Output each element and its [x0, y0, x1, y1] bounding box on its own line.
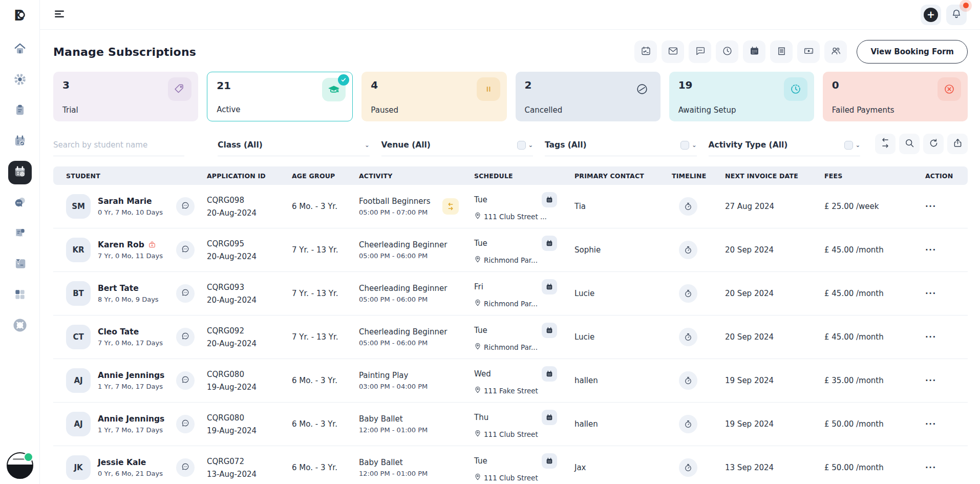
plus-icon: + — [924, 8, 938, 22]
application-date: 20-Aug-2024 — [207, 296, 291, 305]
chat-button[interactable] — [176, 415, 195, 433]
timeline-button[interactable] — [679, 284, 697, 303]
tags-filter[interactable]: Tags (All) ⌄ — [545, 140, 697, 156]
calendar-button[interactable] — [542, 453, 557, 469]
sidebar-item-settings[interactable] — [8, 69, 32, 92]
row-actions-button[interactable]: ··· — [895, 332, 968, 342]
row-actions-button[interactable]: ··· — [895, 419, 968, 429]
booking-calendar-icon — [641, 46, 651, 58]
clock-button[interactable] — [716, 40, 738, 63]
tags-select-all-checkbox[interactable] — [680, 141, 689, 150]
app-logo: B — [11, 6, 29, 27]
cash-payment-button[interactable] — [797, 40, 820, 63]
timeline-button[interactable] — [679, 415, 697, 433]
calendar-grid-button[interactable] — [743, 40, 765, 63]
calendar-button[interactable] — [542, 192, 557, 207]
chat-button[interactable] — [176, 284, 195, 303]
stat-card-trial[interactable]: 3 Trial — [53, 72, 198, 121]
chat-bubble-icon — [181, 288, 190, 299]
message-button[interactable] — [689, 40, 711, 63]
row-actions-button[interactable]: ··· — [895, 376, 968, 385]
fees-cell: £ 50.00 /month — [809, 463, 895, 472]
activity-type-filter[interactable]: Activity Type (All) ⌄ — [709, 140, 861, 156]
schedule-venue: 111 Fake Street — [484, 387, 538, 395]
booking-calendar-button[interactable] — [634, 40, 657, 63]
activity-time: 05:00 PM - 07:00 PM — [359, 208, 431, 216]
student-age: 8 Yr, 0 Mo, 9 Days — [98, 296, 159, 303]
timeline-button[interactable] — [679, 458, 697, 477]
schedule-venue: Richmond Par... — [484, 256, 538, 264]
chat-button[interactable] — [176, 328, 195, 346]
workspace-avatar[interactable] — [7, 452, 33, 479]
sidebar-item-reports[interactable] — [8, 253, 32, 277]
primary-contact-cell: Tia — [574, 202, 672, 211]
stat-card-failed-payments[interactable]: 0 Failed Payments — [823, 72, 968, 121]
sidebar-item-forms[interactable] — [8, 99, 32, 123]
refresh-button[interactable] — [923, 134, 944, 154]
export-button[interactable] — [947, 134, 968, 154]
row-actions-button[interactable]: ··· — [895, 463, 968, 472]
view-booking-form-button[interactable]: View Booking Form — [857, 40, 968, 64]
row-actions-button[interactable]: ··· — [895, 289, 968, 298]
age-group-cell: 7 Yr. - 13 Yr. — [291, 289, 357, 298]
schedule-cell: Tue 111 Club Street ... — [474, 192, 574, 221]
calendar-button[interactable] — [542, 236, 557, 251]
add-button[interactable]: + — [921, 5, 941, 25]
timeline-button[interactable] — [679, 241, 697, 259]
search-input[interactable] — [53, 140, 184, 150]
age-group-cell: 6 Mo. - 3 Yr. — [291, 202, 357, 211]
invoice-list-button[interactable] — [770, 40, 793, 63]
timeline-button[interactable] — [679, 197, 697, 216]
activity-type-select-all-checkbox[interactable] — [844, 141, 853, 150]
student-age: 7 Yr, 0 Mo, 17 Days — [98, 339, 163, 347]
calendar-button[interactable] — [542, 323, 557, 338]
filter-actions — [875, 134, 968, 156]
calendar-button[interactable] — [542, 366, 557, 382]
stat-card-cancelled[interactable]: 2 Cancelled — [516, 72, 661, 121]
schedule-cell: Wed 111 Fake Street — [474, 366, 574, 395]
chat-button[interactable] — [176, 197, 195, 216]
chat-button[interactable] — [176, 371, 195, 390]
schedule-day: Tue — [474, 456, 487, 466]
timeline-button[interactable] — [679, 328, 697, 346]
activity-name: Football Beginners — [359, 197, 431, 206]
stat-card-active[interactable]: 21 Active — [207, 72, 353, 121]
chat-button[interactable] — [176, 241, 195, 259]
row-actions-button[interactable]: ··· — [895, 202, 968, 211]
next-invoice-date-cell: 19 Sep 2024 — [716, 376, 809, 385]
schedule-cell: Tue Richmond Par... — [474, 236, 574, 264]
activity-cell: Cheerleading Beginner 05:00 PM - 06:00 P… — [357, 240, 474, 260]
student-name: Bert Tate — [98, 284, 139, 293]
venue-filter[interactable]: Venue (All) ⌄ — [381, 140, 534, 156]
chat-button[interactable] — [176, 458, 195, 477]
sidebar-item-invoices[interactable] — [8, 222, 32, 246]
application-id: CQRG080 — [207, 413, 291, 423]
attendees-button[interactable] — [824, 40, 847, 63]
stat-card-paused[interactable]: 4 Paused — [361, 72, 506, 121]
row-actions-button[interactable]: ··· — [895, 245, 968, 255]
class-filter[interactable]: Class (All) ⌄ — [218, 140, 370, 156]
timeline-button[interactable] — [679, 371, 697, 390]
calendar-button[interactable] — [542, 410, 557, 425]
mail-button[interactable] — [662, 40, 684, 63]
stat-card-awaiting-setup[interactable]: 19 Awaiting Setup — [669, 72, 814, 121]
timeline-cell — [672, 197, 716, 216]
hamburger-menu-icon[interactable] — [53, 8, 66, 22]
calendar-button[interactable] — [542, 279, 557, 294]
timeline-cell — [672, 415, 716, 433]
notifications-button[interactable] — [946, 5, 967, 25]
sidebar-item-help[interactable] — [8, 314, 32, 338]
col-schedule: SCHEDULE — [474, 172, 574, 180]
schedule-venue: 111 Club Street — [484, 430, 538, 438]
sidebar-item-bookings[interactable] — [8, 130, 32, 154]
sidebar-item-subscriptions[interactable] — [8, 161, 32, 184]
sidebar-item-messages[interactable] — [8, 192, 32, 215]
search-button[interactable] — [899, 134, 920, 154]
venue-select-all-checkbox[interactable] — [517, 141, 526, 150]
sidebar-item-apps[interactable] — [8, 284, 32, 307]
fees-cell: £ 45.00 /month — [809, 332, 895, 342]
student-cell: JK Jessie Kale 0 Yr, 6 Mo, 21 Days — [53, 455, 205, 480]
swap-columns-button[interactable] — [875, 134, 896, 154]
sidebar-item-home[interactable] — [8, 38, 32, 61]
table-body: SM Sarah Marie 0 Yr, 7 Mo, 10 Days CQRG0… — [53, 185, 968, 484]
